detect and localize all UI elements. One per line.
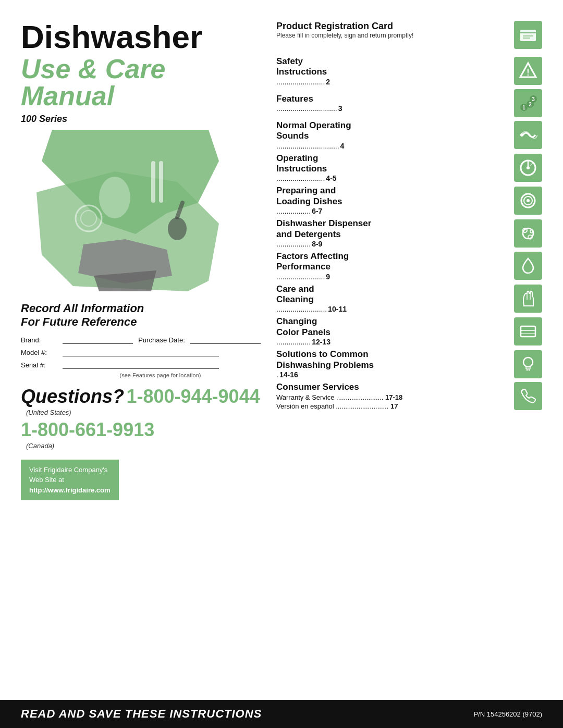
toc-item-features: Features .............................. …: [276, 89, 542, 117]
toc-dots-operating: ........................ 4-5: [276, 174, 509, 182]
reg-card-icon: [514, 21, 542, 49]
toc-item-factors: Factors AffectingPerformance ...........…: [276, 251, 542, 281]
svg-point-23: [520, 133, 523, 137]
toc-item-panels: ChangingColor Panels ................. 1…: [276, 316, 542, 346]
record-title: Record All InformationFor Future Referen…: [21, 302, 261, 329]
brand-line: [63, 335, 133, 344]
toc-title-care: Care andCleaning: [276, 284, 509, 305]
factors-icon: [514, 252, 542, 280]
toc-title-consumer: Consumer Services: [276, 382, 509, 392]
toc-text-operating: OperatingInstructions ..................…: [276, 153, 509, 183]
toc-item-operating: OperatingInstructions ..................…: [276, 153, 542, 183]
care-icon: [514, 285, 542, 313]
espanol-entry: Versión en español .....................…: [276, 402, 509, 410]
country-us: (United States): [26, 409, 71, 416]
svg-rect-5: [151, 161, 155, 203]
toc-item-dispenser: Dishwasher Dispenserand Detergents .....…: [276, 218, 542, 248]
purchase-date-line: [190, 335, 261, 344]
svg-rect-11: [520, 30, 536, 41]
toc-title-dispenser: Dishwasher Dispenserand Detergents: [276, 218, 509, 240]
toc-dots-care: ......................... 10-11: [276, 305, 509, 313]
model-line: [63, 347, 219, 356]
svg-text:3: 3: [532, 96, 535, 102]
toc-dots-solutions: . 14-16: [276, 371, 509, 379]
serial-note: (see Features page for location): [60, 372, 261, 378]
dishwasher-illustration: [21, 130, 240, 297]
toc-text-consumer: Consumer Services Warranty & Service ...…: [276, 382, 509, 410]
toc-text-sounds: Normal OperatingSounds .................…: [276, 120, 509, 150]
record-info: Record All InformationFor Future Referen…: [21, 302, 261, 378]
subtitle: Use & Care Manual: [21, 55, 261, 109]
toc-text-dispenser: Dishwasher Dispenserand Detergents .....…: [276, 218, 509, 248]
toc-text-factors: Factors AffectingPerformance ...........…: [276, 251, 509, 281]
toc-item-dishes: Preparing andLoading Dishes ............…: [276, 186, 542, 215]
toc-title-operating: OperatingInstructions: [276, 153, 509, 175]
toc-dots-sounds: ............................... 4: [276, 142, 509, 150]
bottom-bar: READ AND SAVE THESE INSTRUCTIONS P/N 154…: [0, 700, 563, 728]
svg-text:2: 2: [529, 102, 532, 107]
country-canada: (Canada): [26, 442, 54, 450]
toc-dots-features: .............................. 3: [276, 104, 509, 113]
serial-line: [63, 360, 219, 369]
left-column: Dishwasher Use & Care Manual 100 Series: [21, 21, 261, 690]
serial-label: Serial #:: [21, 361, 57, 369]
toc-title-factors: Factors AffectingPerformance: [276, 251, 509, 273]
toc-title-dishes: Preparing andLoading Dishes: [276, 186, 509, 207]
dispenser-icon: [514, 219, 542, 248]
toc-item-consumer: Consumer Services Warranty & Service ...…: [276, 382, 542, 410]
svg-point-9: [168, 217, 187, 240]
brand-label: Brand:: [21, 336, 57, 344]
main-title: Dishwasher: [21, 21, 261, 53]
purchase-date-label: Purchase Date:: [138, 336, 185, 344]
toc-dots-safety: ........................ 2: [276, 78, 509, 86]
toc-dots-panels: ................. 12-13: [276, 338, 509, 346]
toc-title-features: Features: [276, 94, 509, 104]
toc-dots-dispenser: ................. 8-9: [276, 240, 509, 248]
website-line1: Visit Frigidaire Company's: [29, 466, 107, 474]
right-column: Product Registration Card Please fill in…: [276, 21, 542, 690]
sounds-icon: [514, 121, 542, 149]
svg-rect-37: [521, 326, 535, 337]
toc-text-panels: ChangingColor Panels ................. 1…: [276, 316, 509, 346]
reg-card: Product Registration Card Please fill in…: [276, 21, 542, 49]
toc-item-safety: SafetyInstructions .....................…: [276, 56, 542, 86]
consumer-icon: [514, 382, 542, 410]
toc-dots-dishes: ................. 6-7: [276, 207, 509, 215]
toc-text-safety: SafetyInstructions .....................…: [276, 56, 509, 86]
reg-card-text: Product Registration Card Please fill in…: [276, 21, 509, 39]
safety-icon: !: [514, 57, 542, 85]
svg-point-4: [99, 177, 130, 218]
toc-item-sounds: Normal OperatingSounds .................…: [276, 120, 542, 150]
svg-point-40: [523, 357, 533, 367]
series-label: 100 Series: [21, 114, 261, 125]
toc-text-care: Care andCleaning .......................…: [276, 284, 509, 314]
bottom-bar-text: READ AND SAVE THESE INSTRUCTIONS: [21, 707, 262, 721]
toc-text-features: Features .............................. …: [276, 94, 509, 113]
page: Dishwasher Use & Care Manual 100 Series: [0, 0, 563, 728]
solutions-icon: [514, 350, 542, 378]
svg-rect-41: [526, 367, 530, 369]
toc-text-solutions: Solutions to CommonDishwashing Problems …: [276, 349, 509, 379]
toc-title-sounds: Normal OperatingSounds: [276, 120, 509, 142]
features-icon: 1 2 3: [514, 89, 542, 117]
model-label: Model #:: [21, 349, 57, 356]
phone-us: 1-800-944-9044: [126, 386, 260, 407]
phone-canada: 1-800-661-9913: [21, 419, 261, 441]
operating-icon: [514, 154, 542, 182]
reg-card-sub: Please fill in completely, sign and retu…: [276, 32, 509, 39]
website-line2: Web Site at: [29, 476, 64, 484]
toc-item-solutions: Solutions to CommonDishwashing Problems …: [276, 349, 542, 379]
serial-row: Serial #:: [21, 360, 261, 369]
questions-section: Questions? 1-800-944-9044 (United States…: [21, 386, 261, 450]
website-url[interactable]: http://www.frigidaire.com: [29, 486, 111, 494]
svg-point-25: [527, 166, 530, 169]
questions-label: Questions?: [21, 386, 124, 407]
svg-text:1: 1: [522, 105, 525, 110]
panels-icon: [514, 317, 542, 346]
svg-rect-6: [159, 161, 163, 203]
svg-line-27: [530, 163, 533, 166]
model-row: Model #:: [21, 347, 261, 356]
toc-text-dishes: Preparing andLoading Dishes ............…: [276, 186, 509, 215]
svg-point-30: [527, 199, 530, 202]
warranty-entry: Warranty & Service .....................…: [276, 393, 509, 401]
